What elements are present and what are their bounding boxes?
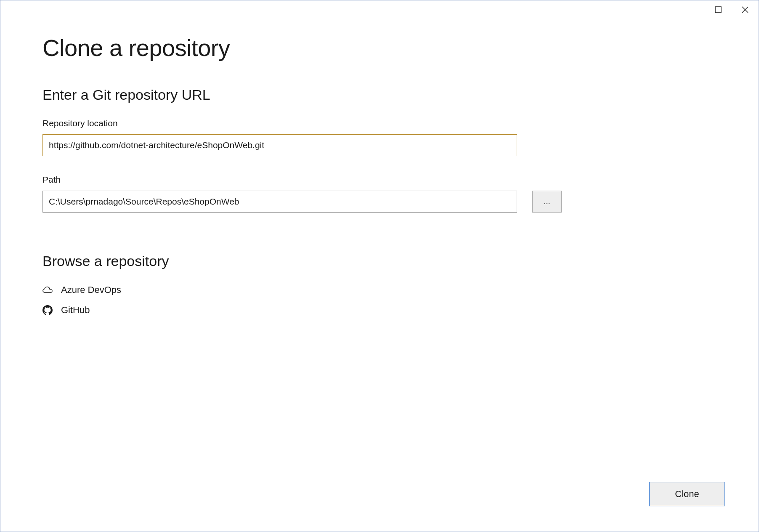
section-heading-browse: Browse a repository [42, 253, 717, 269]
browse-item-label: GitHub [61, 305, 90, 316]
repo-location-input[interactable] [42, 134, 517, 156]
page-title: Clone a repository [42, 34, 717, 61]
browse-item-azure-devops[interactable]: Azure DevOps [42, 285, 717, 295]
section-heading-url: Enter a Git repository URL [42, 87, 717, 103]
path-row: ... [42, 191, 717, 213]
browse-item-label: Azure DevOps [61, 285, 121, 295]
clone-button[interactable]: Clone [649, 482, 725, 506]
github-icon [42, 305, 53, 315]
browse-path-button[interactable]: ... [532, 191, 562, 213]
browse-repository-section: Browse a repository Azure DevOps GitHub [42, 253, 717, 316]
browse-item-github[interactable]: GitHub [42, 305, 717, 316]
path-field: Path ... [42, 175, 717, 213]
path-label: Path [42, 175, 717, 185]
cloud-icon [42, 285, 53, 295]
dialog-content: Clone a repository Enter a Git repositor… [0, 0, 759, 532]
repo-location-label: Repository location [42, 118, 717, 128]
repo-location-field: Repository location [42, 118, 717, 156]
path-input[interactable] [42, 191, 517, 213]
